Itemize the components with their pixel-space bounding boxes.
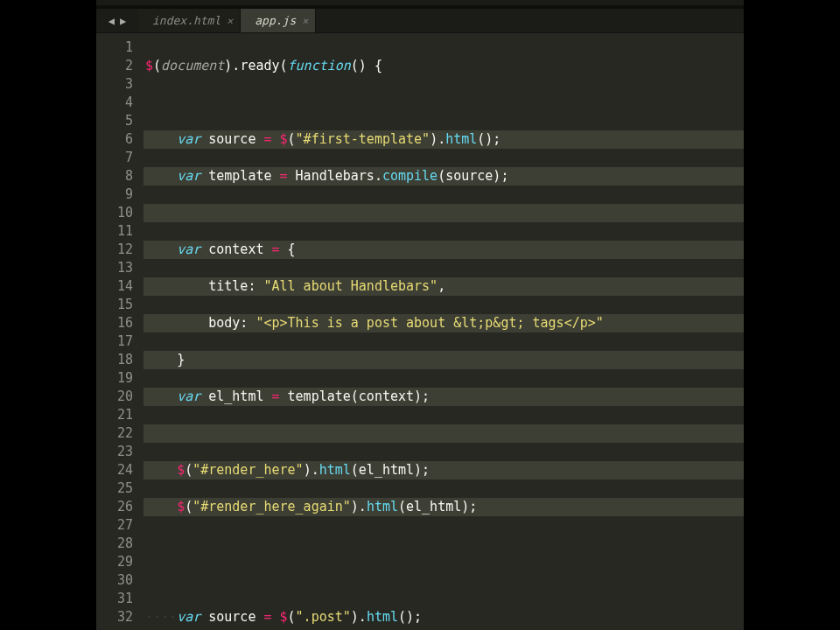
line-number: 24: [96, 461, 133, 480]
line-number: 16: [96, 314, 133, 332]
nav-back-icon[interactable]: ◀: [108, 15, 115, 27]
code-line[interactable]: ········body: "<p>This is a post about &…: [145, 314, 744, 332]
line-number: 27: [96, 516, 133, 535]
line-number-gutter: 1234567891011121314151617181920212223242…: [96, 37, 145, 630]
line-number: 29: [96, 553, 133, 571]
line-number: 9: [96, 186, 133, 204]
line-number: 11: [96, 222, 133, 241]
line-number: 18: [96, 351, 133, 369]
line-number: 2: [96, 57, 133, 75]
nav-arrows: ◀ ▶: [96, 9, 138, 32]
code-line[interactable]: [145, 535, 744, 553]
code-content[interactable]: $(document).ready(function() { ····var s…: [145, 37, 744, 630]
code-line[interactable]: ····$("#render_here_again").html(el_html…: [145, 498, 744, 516]
app-window: ◀ ▶ index.html × app.js × 12345678910111…: [0, 0, 840, 630]
line-number: 28: [96, 535, 133, 553]
code-line[interactable]: ····var source = $("#first-template").ht…: [145, 130, 744, 149]
line-number: 8: [96, 167, 133, 186]
code-line[interactable]: ····var el_html = template(context);: [145, 388, 744, 406]
right-letterbox: [744, 0, 840, 630]
tab-label: index.html: [152, 14, 220, 27]
close-icon[interactable]: ×: [302, 15, 308, 27]
code-line[interactable]: [145, 94, 744, 112]
left-letterbox: [0, 0, 96, 630]
line-number: 7: [96, 149, 133, 167]
code-line[interactable]: $(document).ready(function() {: [145, 57, 744, 75]
line-number: 10: [96, 204, 133, 222]
line-number: 17: [96, 332, 133, 351]
line-number: 4: [96, 94, 133, 112]
line-number: 20: [96, 388, 133, 406]
line-number: 1: [96, 38, 133, 57]
code-line[interactable]: [145, 571, 744, 590]
line-number: 13: [96, 259, 133, 277]
line-number: 22: [96, 424, 133, 443]
line-number: 25: [96, 480, 133, 498]
line-number: 5: [96, 112, 133, 130]
code-line[interactable]: ····}: [145, 351, 744, 369]
line-number: 15: [96, 296, 133, 314]
line-number: 12: [96, 241, 133, 259]
tab-label: app.js: [255, 14, 296, 27]
line-number: 32: [96, 608, 133, 626]
code-area[interactable]: 1234567891011121314151617181920212223242…: [96, 33, 744, 630]
line-number: 23: [96, 443, 133, 461]
line-number: 31: [96, 590, 133, 608]
line-number: 6: [96, 130, 133, 149]
tab-app-js[interactable]: app.js ×: [241, 9, 316, 32]
code-line[interactable]: ········title: "All about Handlebars",: [145, 277, 744, 296]
code-line[interactable]: [145, 424, 744, 443]
line-number: 3: [96, 75, 133, 94]
code-line[interactable]: ····$("#render_here").html(el_html);: [145, 461, 744, 480]
editor-frame: ◀ ▶ index.html × app.js × 12345678910111…: [96, 0, 744, 630]
nav-forward-icon[interactable]: ▶: [120, 15, 126, 27]
code-line[interactable]: ····var context = {: [145, 241, 744, 259]
line-number: 26: [96, 498, 133, 516]
close-icon[interactable]: ×: [227, 15, 233, 27]
line-number: 19: [96, 369, 133, 388]
line-number: 21: [96, 406, 133, 424]
tab-index-html[interactable]: index.html ×: [138, 9, 241, 32]
tab-bar: ◀ ▶ index.html × app.js ×: [96, 9, 744, 33]
code-line[interactable]: ····var template = Handlebars.compile(so…: [145, 167, 744, 186]
line-number: 30: [96, 571, 133, 590]
code-line[interactable]: ····var source = $(".post").html();: [145, 608, 744, 626]
line-number: 14: [96, 277, 133, 296]
code-line[interactable]: [145, 204, 744, 222]
